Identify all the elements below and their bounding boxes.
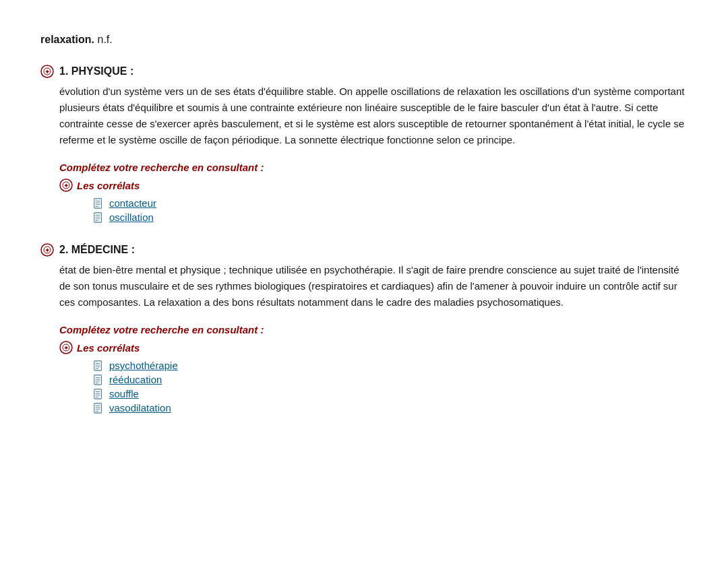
- correlat-link-psychothérapie[interactable]: psychothérapie: [109, 360, 178, 371]
- section-physique: ✦ 1. PHYSIQUE :évolution d'un système ve…: [40, 65, 686, 223]
- correlats-header-medecine: ✦ Les corrélats: [59, 341, 686, 354]
- document-icon: [93, 360, 104, 371]
- document-icon: [93, 389, 104, 399]
- correlats-list-physique: contacteur oscillation: [93, 197, 686, 223]
- section-physique-title: 1. PHYSIQUE :: [59, 65, 133, 77]
- section-physique-complement: Complétez votre recherche en consultant …: [59, 162, 686, 223]
- svg-rect-22: [94, 360, 102, 370]
- complement-title-physique: Complétez votre recherche en consultant …: [59, 162, 686, 173]
- list-item: psychothérapie: [93, 360, 686, 371]
- section-medecine: ✦ 2. MÉDECINE :état de bien-être mental …: [40, 243, 686, 414]
- headword: relaxation.: [40, 34, 94, 45]
- correlats-title-physique: Les corrélats: [77, 180, 140, 191]
- section-medecine-header: ✦ 2. MÉDECINE :: [40, 243, 686, 257]
- entry-word: relaxation. n.f.: [40, 34, 686, 46]
- domain-icon-medecine: ✦: [40, 243, 54, 257]
- svg-text:✦: ✦: [44, 68, 50, 75]
- document-icon: [93, 212, 104, 223]
- section-medecine-complement: Complétez votre recherche en consultant …: [59, 324, 686, 414]
- svg-rect-32: [94, 389, 102, 398]
- correlat-link-vasodilatation[interactable]: vasodilatation: [109, 402, 171, 414]
- list-item: souffle: [93, 388, 686, 399]
- correlats-header-physique: ✦ Les corrélats: [59, 178, 686, 192]
- svg-rect-11: [94, 212, 102, 222]
- section-physique-definition: évolution d'un système vers un de ses ét…: [59, 84, 686, 148]
- document-icon: [93, 198, 104, 209]
- correlat-link-rééducation[interactable]: rééducation: [109, 374, 162, 385]
- correlats-title-medecine: Les corrélats: [77, 342, 140, 354]
- grammar-label: n.f.: [97, 34, 112, 45]
- section-medecine-title: 2. MÉDECINE :: [59, 244, 135, 256]
- svg-rect-6: [94, 198, 102, 207]
- correlat-link-contacteur[interactable]: contacteur: [109, 197, 156, 209]
- document-icon: [93, 374, 104, 385]
- svg-rect-37: [94, 403, 102, 412]
- correlat-link-souffle[interactable]: souffle: [109, 388, 139, 399]
- list-item: contacteur: [93, 197, 686, 209]
- correlats-icon-physique: ✦: [59, 178, 73, 192]
- correlats-icon-medecine: ✦: [59, 341, 73, 354]
- domain-icon-physique: ✦: [40, 65, 54, 78]
- section-physique-header: ✦ 1. PHYSIQUE :: [40, 65, 686, 78]
- correlat-link-oscillation[interactable]: oscillation: [109, 211, 154, 223]
- svg-rect-27: [94, 374, 102, 384]
- list-item: vasodilatation: [93, 402, 686, 414]
- complement-title-medecine: Complétez votre recherche en consultant …: [59, 324, 686, 335]
- svg-text:✦: ✦: [63, 344, 69, 352]
- correlats-list-medecine: psychothérapie rééducation souffle vasod…: [93, 360, 686, 414]
- list-item: rééducation: [93, 374, 686, 385]
- svg-text:✦: ✦: [44, 247, 50, 254]
- svg-text:✦: ✦: [63, 182, 69, 189]
- section-medecine-definition: état de bien-être mental et physique ; t…: [59, 262, 686, 311]
- list-item: oscillation: [93, 211, 686, 223]
- document-icon: [93, 403, 104, 414]
